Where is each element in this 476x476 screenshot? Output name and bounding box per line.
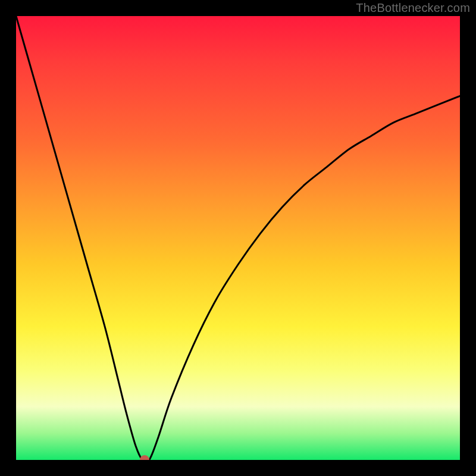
attribution-text: TheBottlenecker.com xyxy=(356,1,470,15)
bottleneck-curve xyxy=(16,16,460,460)
chart-frame: TheBottlenecker.com xyxy=(0,0,476,476)
plot-area xyxy=(16,16,460,460)
